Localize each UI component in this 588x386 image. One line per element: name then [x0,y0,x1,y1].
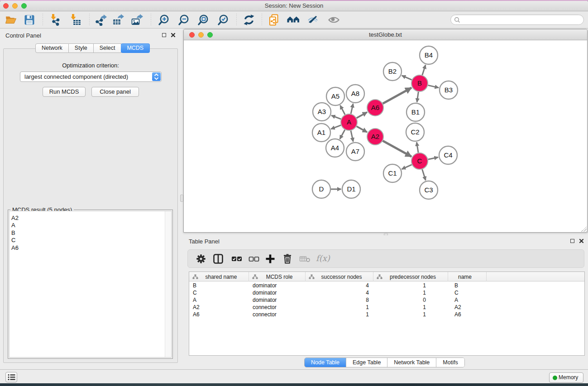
result-item[interactable]: B [10,229,171,237]
save-session-icon[interactable] [24,14,35,26]
column-header-successor-nodes[interactable]: successor nodes [306,272,373,281]
table-row[interactable]: Bdominator41B [189,282,584,289]
zoom-in-icon[interactable] [158,14,170,26]
result-item[interactable]: C [10,237,171,244]
graph-node-A6[interactable]: A6 [367,100,383,116]
column-header-shared-name[interactable]: shared name [189,272,249,281]
vertical-divider-handle[interactable] [180,195,183,202]
graph-node-A7[interactable]: A7 [346,143,364,161]
edge-A2-C[interactable] [383,141,411,157]
zoom-selected-icon[interactable] [217,14,229,26]
graph-node-C2[interactable]: C2 [406,123,424,141]
graph-node-B2[interactable]: B2 [383,62,402,81]
add-column-icon[interactable] [265,253,276,264]
tab-node-table[interactable]: Node Table [305,358,346,367]
import-table-icon[interactable] [69,14,81,26]
edge-C-C4[interactable] [428,157,438,160]
edge-B-B4[interactable] [422,65,425,75]
network-window-titlebar[interactable]: testGlobe.txt [184,29,587,40]
edge-A-A1[interactable] [331,125,341,129]
edge-C-C2[interactable] [416,142,418,152]
memory-button[interactable]: Memory [549,372,583,383]
graph-node-A8[interactable]: A8 [346,85,364,103]
edge-A-A5[interactable] [340,105,345,114]
delete-column-icon[interactable] [282,253,293,264]
edge-B-B2[interactable] [402,76,412,80]
graph-node-D[interactable]: D [312,180,330,198]
edge-B-B3[interactable] [428,85,439,88]
export-image-icon[interactable] [131,14,144,26]
edge-C-C1[interactable] [402,165,412,169]
graph-node-A5[interactable]: A5 [326,87,344,105]
select-all-icon[interactable] [231,253,242,264]
table-close-icon[interactable] [579,238,584,243]
tab-select[interactable]: Select [94,43,122,53]
tab-style[interactable]: Style [69,43,94,53]
edge-A6-B[interactable] [383,88,411,104]
open-session-icon[interactable] [5,14,17,26]
column-header-name[interactable]: name [448,272,487,281]
result-scrollbar[interactable] [165,211,171,357]
export-network-icon[interactable] [95,14,108,26]
tab-mcds[interactable]: MCDS [121,43,150,53]
edge-C-C3[interactable] [422,169,426,180]
graph-node-C3[interactable]: C3 [420,181,438,199]
graph-node-B[interactable]: B [411,75,428,91]
function-builder-icon[interactable]: f(x) [316,253,332,264]
optimization-dropdown[interactable]: largest connected component (directed) [20,71,162,82]
task-history-button[interactable] [5,372,17,382]
graph-node-B3[interactable]: B3 [440,81,458,99]
home-view-icon[interactable] [287,14,300,26]
graph-node-A[interactable]: A [341,114,357,130]
tab-network[interactable]: Network [35,43,69,53]
table-row[interactable]: Adominator80A [189,296,584,304]
edge-B-B1[interactable] [417,92,418,102]
run-mcds-button[interactable]: Run MCDS [43,87,86,97]
close-panel-icon[interactable] [171,33,176,38]
result-item[interactable]: A2 [10,214,171,222]
column-header-predecessor-nodes[interactable]: predecessor nodes [373,272,448,281]
graph-node-D1[interactable]: D1 [342,180,360,198]
deselect-all-icon[interactable] [248,253,259,264]
edge-A-A7[interactable] [351,131,353,142]
window-resize-grip[interactable] [581,226,587,232]
hide-selected-icon[interactable] [307,14,319,26]
graph-node-A3[interactable]: A3 [313,103,331,121]
edge-A-A4[interactable] [340,130,345,139]
edge-A-A6[interactable] [357,112,367,118]
graph-node-A2[interactable]: A2 [367,129,383,145]
edge-A-A2[interactable] [357,126,367,132]
column-header-MCDS-role[interactable]: MCDS role [249,272,306,281]
close-panel-button[interactable]: Close panel [91,87,139,97]
export-table-icon[interactable] [112,14,125,26]
tab-motifs[interactable]: Motifs [436,358,464,367]
graph-node-A4[interactable]: A4 [326,139,344,157]
result-item[interactable]: A6 [10,244,171,252]
graph-node-C1[interactable]: C1 [383,164,402,182]
refresh-icon[interactable] [243,14,255,26]
edge-A-A8[interactable] [351,104,353,114]
table-row[interactable]: Cdominator41C [189,289,584,296]
edge-A-A3[interactable] [331,115,341,119]
table-row[interactable]: A6connector11A6 [189,311,584,318]
graph-node-C[interactable]: C [411,153,428,169]
import-network-icon[interactable] [49,14,62,26]
split-view-icon[interactable] [213,253,224,264]
graph-node-B4[interactable]: B4 [420,46,438,64]
zoom-fit-icon[interactable] [197,14,210,26]
result-item[interactable]: A [10,222,171,229]
graph-node-A1[interactable]: A1 [312,124,330,142]
delete-table-icon[interactable] [299,253,310,264]
network-graph[interactable]: B4B2BB3A5A8A6A3B1AA1C2A2A4A7C4CC1C3DD1 [184,40,587,233]
settings-icon[interactable] [196,253,206,264]
tab-edge-table[interactable]: Edge Table [346,358,387,367]
zoom-out-icon[interactable] [178,14,190,26]
graph-node-B1[interactable]: B1 [406,103,425,121]
graph-node-C4[interactable]: C4 [439,146,457,164]
clone-network-icon[interactable] [268,14,280,26]
show-all-icon[interactable] [328,14,340,26]
float-panel-icon[interactable] [162,33,166,37]
search-input[interactable] [462,15,579,24]
table-float-icon[interactable] [570,239,574,243]
table-row[interactable]: A2connector11A2 [189,304,584,311]
